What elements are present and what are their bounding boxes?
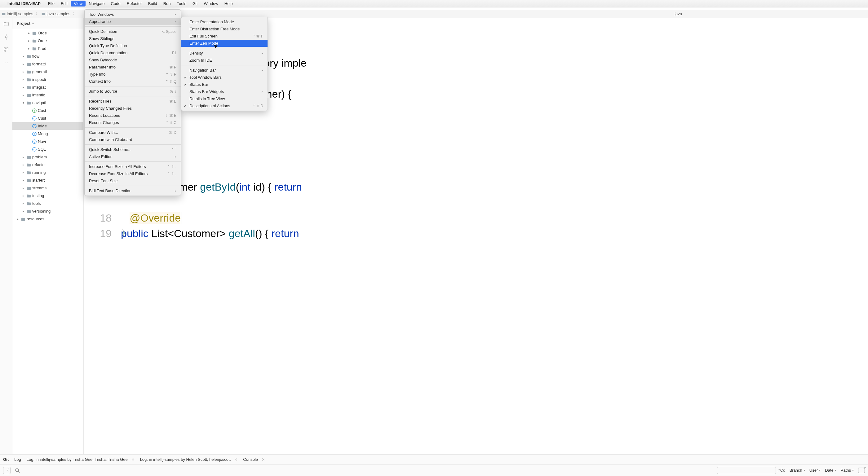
log-tab[interactable]: Log (14, 457, 21, 462)
tree-node[interactable]: ▾navigati (12, 99, 83, 106)
tree-node[interactable]: ▸Orde (12, 29, 83, 37)
search-icon[interactable] (15, 468, 20, 473)
menu-file[interactable]: File (45, 1, 58, 6)
tree-node[interactable]: ▸starterc (12, 176, 83, 184)
submenu-item[interactable]: Exit Full Screen⌃ ⌘ F (181, 33, 268, 40)
menu-tools[interactable]: Tools (174, 1, 189, 6)
menu-help[interactable]: Help (221, 1, 236, 6)
search-input[interactable]: .* (717, 467, 776, 474)
breadcrumb-item[interactable]: intellij-samples (0, 11, 35, 16)
menu-item[interactable]: Appearance▸ (85, 18, 181, 25)
submenu-item[interactable]: Zoom In IDE (181, 57, 268, 64)
menu-build[interactable]: Build (145, 1, 160, 6)
back-button[interactable]: 〈 (3, 467, 10, 474)
structure-tool-icon[interactable] (3, 47, 9, 53)
menu-item[interactable]: Compare With...⌘ D (85, 129, 181, 136)
breadcrumb-item[interactable]: java-samples (40, 11, 72, 16)
menu-item[interactable]: Quick DocumentationF1 (85, 49, 181, 56)
submenu-item[interactable]: ✓Tool Window Bars (181, 74, 268, 81)
submenu-item[interactable]: Density▸ (181, 50, 268, 57)
menu-item[interactable]: Context Info⌃ ⇧ Q (85, 78, 181, 85)
menu-item[interactable]: Recent Locations⇧ ⌘ E (85, 112, 181, 119)
submenu-item[interactable]: ✓Status Bar (181, 81, 268, 88)
submenu-item[interactable]: Navigation Bar▸ (181, 67, 268, 74)
menu-item[interactable]: Quick Type Definition (85, 42, 181, 49)
search-field[interactable] (722, 468, 774, 473)
tree-node[interactable]: CInMe (12, 122, 83, 130)
menu-item[interactable]: Type Info⌃ ⇧ P (85, 71, 181, 78)
menu-item[interactable]: Quick Switch Scheme...⌃ ` (85, 146, 181, 153)
menu-view[interactable]: View (71, 1, 86, 6)
tree-node[interactable]: ▸versioning (12, 207, 83, 215)
tree-node[interactable]: ▸generati (12, 68, 83, 75)
project-tree[interactable]: ▸Orde▸Orde▸Prod▾flow▸formatti▸generati▸i… (12, 29, 84, 454)
menu-item[interactable]: Parameter Info⌘ P (85, 64, 181, 71)
tree-node[interactable]: CNavi (12, 137, 83, 145)
view-menu[interactable]: Tool Windows▸Appearance▸Quick Definition… (84, 9, 181, 196)
menu-run[interactable]: Run (160, 1, 174, 6)
console-tab[interactable]: Console✕ (243, 457, 265, 462)
menu-item[interactable]: Recently Changed Files (85, 105, 181, 112)
appearance-submenu[interactable]: Enter Presentation ModeEnter Distraction… (181, 17, 268, 111)
log-tab-2[interactable]: Log: in intellij-samples by Helen Scott,… (140, 457, 238, 462)
tree-node[interactable]: ▸testing (12, 192, 83, 199)
menu-item[interactable]: Reset Font Size (85, 177, 181, 184)
menu-item[interactable]: Compare with Clipboard (85, 136, 181, 143)
menu-item[interactable]: Bidi Text Base Direction▸ (85, 187, 181, 194)
close-icon[interactable]: ✕ (131, 457, 134, 462)
menu-item[interactable]: Recent Changes⌃ ⇧ C (85, 119, 181, 126)
tree-node[interactable]: ▸problem (12, 153, 83, 161)
tree-node[interactable]: ▸tools (12, 199, 83, 207)
tree-node[interactable]: ▸streams (12, 184, 83, 192)
menu-item[interactable]: Show Siblings (85, 35, 181, 42)
menu-item[interactable]: Recent Files⌘ E (85, 98, 181, 105)
menu-navigate[interactable]: Navigate (86, 1, 107, 6)
log-tab-1[interactable]: Log: in intellij-samples by Trisha Gee, … (27, 457, 134, 462)
paths-filter[interactable]: Paths ▾ (841, 468, 854, 473)
tree-node[interactable]: ▸refactor (12, 161, 83, 168)
menu-window[interactable]: Window (201, 1, 221, 6)
menu-item[interactable]: Quick Definition⌥ Space (85, 28, 181, 35)
tree-node[interactable]: ▸formatti (12, 60, 83, 68)
menu-item[interactable]: Decrease Font Size in All Editors⌃ ⇧ , (85, 170, 181, 177)
tree-node[interactable]: ▸intentio (12, 91, 83, 99)
user-filter[interactable]: User ▾ (809, 468, 820, 473)
submenu-item[interactable]: Enter Distraction Free Mode (181, 25, 268, 33)
menu-item[interactable]: Tool Windows▸ (85, 11, 181, 18)
branch-filter[interactable]: Branch ▾ (789, 468, 805, 473)
submenu-item[interactable]: ✓Descriptions of Actions⌃ ⇧ D (181, 102, 268, 109)
open-new-tab-icon[interactable] (858, 468, 865, 473)
menu-item[interactable]: Increase Font Size in All Editors⌃ ⇧ . (85, 163, 181, 170)
menu-edit[interactable]: Edit (58, 1, 71, 6)
app-name[interactable]: IntelliJ IDEA-EAP (7, 1, 41, 6)
case-toggle[interactable]: Cc (780, 468, 785, 473)
menu-git[interactable]: Git (189, 1, 201, 6)
tree-node[interactable]: ▸resources (12, 215, 83, 223)
regex-toggle[interactable]: .* (777, 468, 780, 473)
tree-node[interactable]: CCust (12, 114, 83, 122)
commit-tool-icon[interactable] (3, 34, 9, 40)
more-tools-icon[interactable]: ··· (3, 60, 9, 65)
menu-item[interactable]: Jump to Source⌘ ↓ (85, 88, 181, 95)
menu-refactor[interactable]: Refactor (124, 1, 145, 6)
tree-node[interactable]: CSQL (12, 145, 83, 153)
menu-item[interactable]: Show Bytecode (85, 56, 181, 64)
submenu-item[interactable]: Enter Presentation Mode (181, 18, 268, 25)
git-tab[interactable]: Git (3, 457, 9, 462)
close-icon[interactable]: ✕ (261, 457, 265, 462)
submenu-item[interactable]: Details in Tree View (181, 95, 268, 102)
menu-code[interactable]: Code (108, 1, 124, 6)
tree-node[interactable]: ▸integrat (12, 83, 83, 91)
menu-item[interactable]: Active Editor▸ (85, 153, 181, 160)
tree-node[interactable]: ▸inspecti (12, 75, 83, 83)
close-icon[interactable]: ✕ (235, 457, 238, 462)
submenu-item[interactable]: Enter Zen Mode (181, 40, 268, 47)
date-filter[interactable]: Date ▾ (825, 468, 836, 473)
tree-node[interactable]: ▸Orde (12, 37, 83, 44)
project-tool-icon[interactable] (3, 21, 9, 27)
project-panel-header[interactable]: Project ▾ (12, 18, 84, 29)
tree-node[interactable]: ▸running (12, 168, 83, 176)
tree-node[interactable]: ICust (12, 106, 83, 114)
tree-node[interactable]: CMong (12, 130, 83, 137)
submenu-item[interactable]: Status Bar Widgets▸ (181, 88, 268, 95)
